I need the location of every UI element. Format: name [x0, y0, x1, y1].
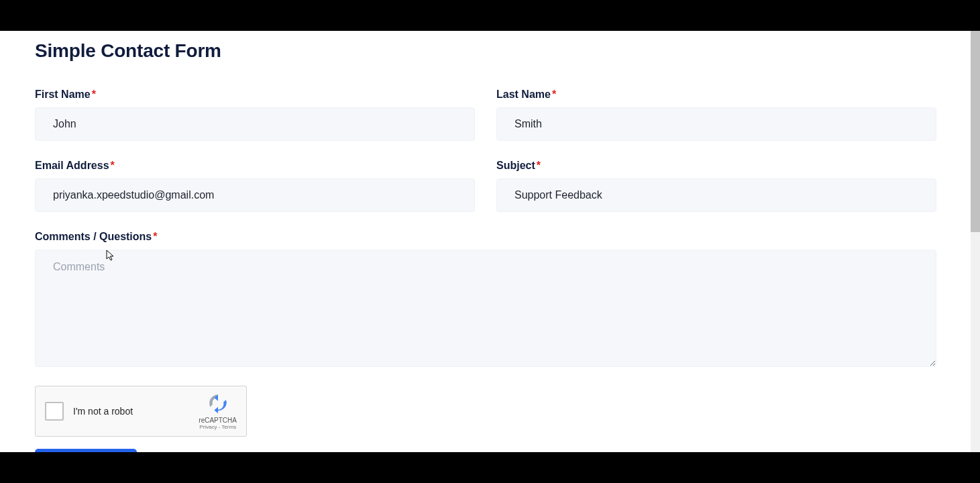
last-name-input[interactable] — [496, 107, 936, 141]
recaptcha-checkbox[interactable] — [45, 402, 64, 421]
first-name-label: First Name* — [35, 89, 475, 101]
subject-input[interactable] — [496, 178, 936, 212]
recaptcha-links[interactable]: Privacy - Terms — [199, 424, 236, 430]
first-name-input[interactable] — [35, 107, 475, 141]
email-label: Email Address* — [35, 160, 475, 172]
scrollbar-track[interactable] — [971, 31, 980, 452]
comments-textarea[interactable] — [35, 250, 936, 367]
bottom-bar — [0, 452, 980, 483]
email-input[interactable] — [35, 178, 475, 212]
recaptcha-text: I'm not a robot — [73, 406, 199, 417]
recaptcha-brand: reCAPTCHA Privacy - Terms — [199, 392, 237, 430]
recaptcha-widget: I'm not a robot reCAPTCHA Privacy - Term… — [35, 386, 247, 437]
recaptcha-icon — [207, 392, 229, 414]
top-bar — [0, 0, 980, 31]
page-title: Simple Contact Form — [35, 40, 936, 62]
last-name-label: Last Name* — [496, 89, 936, 101]
subject-label: Subject* — [496, 160, 936, 172]
form-container: Simple Contact Form First Name* Last Nam… — [0, 40, 971, 483]
scrollbar-thumb[interactable] — [971, 31, 980, 232]
comments-label: Comments / Questions* — [35, 231, 936, 243]
